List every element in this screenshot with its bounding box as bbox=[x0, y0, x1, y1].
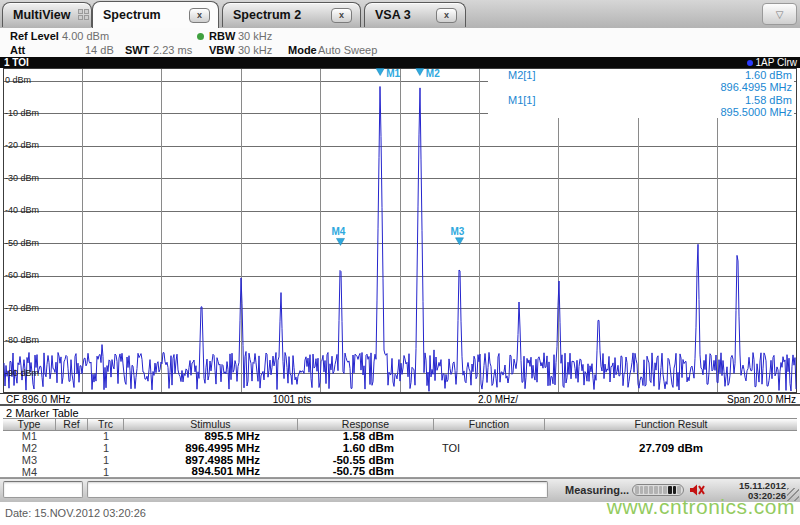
marker-label-M3: M3 bbox=[451, 226, 465, 237]
readout-m2-freq: 896.4995 MHz bbox=[720, 81, 792, 93]
tab-list-dropdown-button[interactable]: ▽ bbox=[762, 3, 797, 25]
mode-value[interactable]: Auto Sweep bbox=[318, 44, 377, 56]
marker-table-row-m1[interactable]: M11895.5 MHz1.58 dBm bbox=[3, 431, 797, 443]
marker-table-cell: M2 bbox=[3, 443, 56, 455]
settings-header: Ref Level 4.00 dBm RBW 30 kHz Att 14 dB … bbox=[0, 28, 800, 57]
tab-bar: MultiView Spectrum x Spectrum 2 x VSA 3 … bbox=[0, 0, 800, 29]
close-icon[interactable]: x bbox=[331, 8, 352, 23]
y-axis-tick-label: -10 dBm bbox=[5, 108, 39, 118]
tab-vsa-3[interactable]: VSA 3 x bbox=[364, 2, 466, 27]
marker-triangle-M4[interactable] bbox=[336, 238, 344, 245]
marker-table-cell: 1.60 dBm bbox=[298, 443, 434, 455]
marker-table-cell bbox=[56, 431, 88, 443]
progress-segment bbox=[635, 486, 639, 494]
marker-table-column-function: Function bbox=[434, 419, 545, 430]
multiview-grid-icon bbox=[78, 9, 89, 22]
trace-badge-label: 1AP Clrw bbox=[756, 57, 798, 68]
screenshot-footer: Date: 15.NOV.2012 03:20:26 www.cntronics… bbox=[0, 502, 800, 525]
progress-segment bbox=[659, 486, 663, 494]
marker-readout-panel: M2[1] 1.60 dBm 896.4995 MHz M1[1] 1.58 d… bbox=[488, 69, 794, 118]
ref-level-label: Ref Level bbox=[10, 30, 59, 42]
marker-table-cell: TOI bbox=[434, 443, 545, 455]
tab-label: Spectrum bbox=[103, 8, 161, 22]
att-value[interactable]: 14 dB bbox=[85, 44, 114, 56]
progress-segment bbox=[640, 486, 644, 494]
marker-label-M4: M4 bbox=[332, 226, 346, 237]
marker-table-row-m2[interactable]: M21896.4995 MHz1.60 dBmTOI27.709 dBm bbox=[3, 443, 797, 455]
tab-label: VSA 3 bbox=[375, 8, 411, 22]
trace-badge[interactable]: 1AP Clrw bbox=[747, 57, 798, 68]
rbw-coupled-indicator-dot bbox=[197, 33, 204, 40]
y-axis-tick-label: -30 dBm bbox=[5, 173, 39, 183]
marker-table-cell bbox=[434, 455, 545, 467]
marker-table-column-type: Type bbox=[3, 419, 56, 430]
readout-m1-freq: 895.5000 MHz bbox=[720, 106, 792, 118]
marker-table-row-m3[interactable]: M31897.4985 MHz-50.55 dBm bbox=[3, 455, 797, 467]
marker-table-column-function-result: Function Result bbox=[545, 419, 797, 430]
marker-triangle-M1[interactable] bbox=[376, 69, 384, 76]
marker-table-cell: 1 bbox=[88, 431, 124, 443]
tab-multiview[interactable]: MultiView bbox=[2, 2, 92, 27]
spectrum-analyzer-screen: MultiView Spectrum x Spectrum 2 x VSA 3 … bbox=[0, 0, 800, 525]
marker-table-cell bbox=[56, 455, 88, 467]
ref-level-value[interactable]: 4.00 dBm bbox=[62, 30, 109, 42]
x-axis-info-bar: CF 896.0 MHz 1001 pts 2.0 MHz/ Span 20.0… bbox=[0, 393, 800, 404]
close-icon[interactable]: x bbox=[436, 8, 457, 23]
close-icon[interactable]: x bbox=[189, 8, 210, 23]
marker-triangle-M2[interactable] bbox=[416, 69, 424, 76]
rbw-label: RBW bbox=[209, 30, 235, 42]
y-axis-tick-label: -50 dBm bbox=[5, 238, 39, 248]
chevron-down-icon: ▽ bbox=[776, 9, 784, 20]
marker-table-cell bbox=[434, 431, 545, 443]
marker-table-cell bbox=[56, 443, 88, 455]
swt-value[interactable]: 2.23 ms bbox=[153, 44, 192, 56]
vbw-value[interactable]: 30 kHz bbox=[238, 44, 272, 56]
marker-label-M2: M2 bbox=[426, 68, 440, 79]
tab-spectrum-2[interactable]: Spectrum 2 x bbox=[222, 2, 361, 27]
readout-m2-level: 1.60 dBm bbox=[745, 69, 792, 81]
tab-label: MultiView bbox=[13, 8, 70, 22]
rbw-value[interactable]: 30 kHz bbox=[238, 30, 272, 42]
marker-table-cell: 895.5 MHz bbox=[124, 431, 298, 443]
watermark-text: www.cntronics.com bbox=[607, 495, 795, 519]
marker-table-column-ref: Ref bbox=[56, 419, 88, 430]
y-axis-tick-label: -70 dBm bbox=[5, 303, 39, 313]
marker-table-cell: 896.4995 MHz bbox=[124, 443, 298, 455]
marker-table-header: TypeRefTrcStimulusResponseFunctionFuncti… bbox=[3, 418, 797, 431]
y-axis-tick-label: -40 dBm bbox=[5, 205, 39, 215]
progress-segment bbox=[663, 486, 667, 494]
measurement-window-titlebar: 1 TOI 1AP Clrw bbox=[0, 57, 800, 68]
marker-table-cell: M3 bbox=[3, 455, 56, 467]
progress-segment bbox=[677, 486, 681, 494]
marker-table-column-response: Response bbox=[298, 419, 434, 430]
footer-date-line: Date: 15.NOV.2012 03:20:26 bbox=[5, 507, 146, 519]
trace-color-dot-icon bbox=[747, 60, 753, 66]
marker-table-cell: 1 bbox=[88, 455, 124, 467]
tab-spectrum[interactable]: Spectrum x bbox=[92, 1, 219, 28]
marker-table-cell: 27.709 dBm bbox=[545, 443, 797, 455]
marker-table-column-stimulus: Stimulus bbox=[124, 419, 298, 430]
marker-table-cell: 1.58 dBm bbox=[298, 431, 434, 443]
y-axis-tick-label: 0 dBm bbox=[5, 75, 31, 85]
readout-m1-label: M1[1] bbox=[508, 94, 536, 106]
progress-segment bbox=[673, 486, 677, 494]
marker-label-M1: M1 bbox=[386, 68, 400, 79]
mode-label: Mode bbox=[288, 44, 317, 56]
window-title: 1 TOI bbox=[4, 57, 29, 68]
marker-table-column-trc: Trc bbox=[88, 419, 124, 430]
progress-segment bbox=[668, 486, 672, 494]
progress-segment bbox=[654, 486, 658, 494]
tab-label: Spectrum 2 bbox=[233, 8, 301, 22]
readout-m1-level: 1.58 dBm bbox=[745, 94, 792, 106]
status-field-message[interactable] bbox=[87, 481, 548, 498]
y-axis-tick-label: -60 dBm bbox=[5, 270, 39, 280]
marker-table-cell bbox=[545, 455, 797, 467]
marker-table-cell bbox=[545, 431, 797, 443]
y-axis-tick-label: -90 dBm bbox=[5, 368, 39, 378]
marker-table-cell: M1 bbox=[3, 431, 56, 443]
marker-table-rows: M11895.5 MHz1.58 dBmM21896.4995 MHz1.60 … bbox=[3, 431, 797, 478]
y-axis-tick-label: -80 dBm bbox=[5, 335, 39, 345]
readout-m2-label: M2[1] bbox=[508, 69, 536, 81]
att-label: Att bbox=[10, 44, 25, 56]
status-field-small[interactable] bbox=[3, 481, 83, 498]
